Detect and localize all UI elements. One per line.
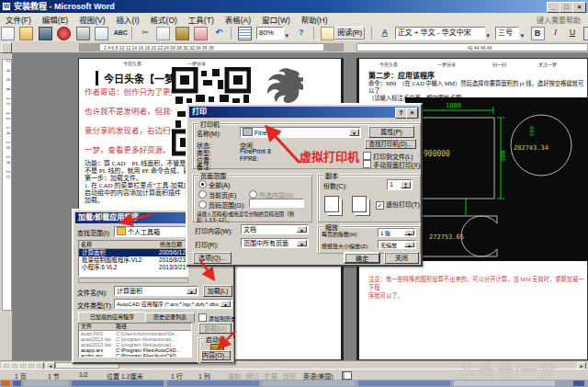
menu-help[interactable]: 帮助(H)	[296, 13, 334, 26]
print-dialog-close-icon[interactable]: ×	[406, 108, 418, 119]
printer-name-select[interactable]: FinePrint ▼	[240, 127, 361, 138]
spelling-icon[interactable]: ABC	[114, 27, 126, 39]
scale-to-paper-select[interactable]: 无缩放▼	[378, 240, 416, 249]
menu-edit[interactable]: 编辑(E)	[37, 13, 74, 26]
font-select[interactable]: 正文 + 华文 - 华文中宋	[395, 27, 485, 40]
copies-group: 副本 份数(C): 1 ▲▼ ✓逐份打印(T)	[318, 175, 421, 222]
cad-area-combo: 272753.65	[429, 233, 464, 241]
find-printer-button[interactable]: 查找打印机(D)...	[365, 139, 416, 149]
dragon-image	[257, 66, 303, 103]
loaded-apps-list[interactable]: 文件路径 acad.FASC:\Users\Administrator\De..…	[78, 323, 192, 358]
file-name-input[interactable]: 计算面积▼	[114, 286, 198, 296]
ruler-margin-left	[80, 43, 100, 51]
menu-format[interactable]: 格式(O)	[145, 13, 183, 26]
font-dropdown-icon[interactable]: ▼	[485, 33, 492, 39]
menu-tools[interactable]: 工具(T)	[183, 13, 220, 26]
minimize-button[interactable]: _	[547, 2, 560, 13]
range-all-radio[interactable]: 全部(A)	[198, 180, 230, 189]
pages-range-input[interactable]	[249, 199, 304, 208]
close-button[interactable]: ×	[572, 2, 586, 13]
file-type-select[interactable]: AutoCAD 应用程序 (*.arx;*.lsp;*.dvb;*.dbx...…	[114, 299, 232, 309]
taskbar-item[interactable]	[72, 381, 164, 386]
file-list[interactable]: 名称修改日期 计算面积2005/6/12 批量绘制图框程序.VL22016/8/…	[78, 240, 188, 277]
cut-icon[interactable]: ✂	[140, 27, 152, 39]
taskbar-item[interactable]	[263, 381, 355, 386]
contents-button[interactable]: 内容(O)...	[201, 350, 231, 360]
print-what-select[interactable]: 文档▼	[241, 224, 309, 234]
styles-pane-icon[interactable]: A	[379, 27, 390, 39]
load-button[interactable]: 加载(L)	[203, 285, 232, 297]
spellcheck-book-icon	[342, 371, 352, 380]
properties-button[interactable]: 属性(P)	[368, 126, 414, 138]
help-icon[interactable]: ?	[295, 27, 307, 39]
horizontal-ruler[interactable]: 2 4 6 8 10 12 14 16 18 20 22 24 26 28 30…	[0, 41, 588, 52]
print-icon[interactable]	[76, 27, 90, 40]
manual-duplex-checkbox[interactable]: 手动双面打印(X)	[363, 160, 420, 169]
font-size-select[interactable]: 三号	[495, 27, 519, 40]
file-list-hscrollbar[interactable]	[78, 278, 188, 283]
scale-dropdown-icon[interactable]: ▼	[404, 242, 414, 247]
range-pages-radio[interactable]: 页码范围(G):	[198, 200, 245, 210]
read-button[interactable]: 阅读(R)	[334, 27, 365, 40]
loaded-row[interactable]: acdim.arxC:\Program Files\AutoCAD...	[79, 353, 191, 358]
print-range-dropdown-icon[interactable]: ▼	[297, 240, 307, 246]
taskbar-start[interactable]	[1, 381, 10, 386]
open-icon[interactable]	[19, 27, 33, 40]
file-type-dropdown-icon[interactable]: ▼	[220, 301, 231, 307]
options-button[interactable]: 选项(Q)...	[193, 252, 232, 264]
copy-icon[interactable]	[156, 27, 170, 40]
unload-button[interactable]: 卸载(U)	[198, 323, 232, 334]
print-preview-icon[interactable]	[95, 27, 108, 40]
menu-window[interactable]: 窗口(W)	[256, 13, 296, 26]
print-range-select[interactable]: 范围中所有页面▼	[241, 238, 309, 248]
zoom-input[interactable]: 80%	[256, 27, 284, 40]
table-icon[interactable]	[238, 27, 252, 40]
printer-icon	[243, 128, 253, 136]
range-current-radio[interactable]: 当前页(E)	[198, 190, 236, 199]
taskbar-item[interactable]	[167, 381, 259, 386]
format-painter-icon[interactable]	[194, 27, 208, 40]
file-type-label: 文件类型(T):	[77, 301, 113, 310]
stepper-arrows-icon[interactable]: ▲▼	[401, 181, 411, 188]
save-icon[interactable]	[39, 27, 52, 40]
permission-icon[interactable]	[57, 27, 71, 40]
ok-button[interactable]: 确定	[344, 252, 380, 264]
taskbar-item[interactable]	[358, 381, 450, 386]
page2-header-3: 扫一扫	[492, 61, 506, 67]
print-what-dropdown-icon[interactable]: ▼	[297, 226, 307, 233]
vertical-ruler[interactable]: 2 4 6 8 10 12 14 16 18 20	[0, 53, 12, 360]
pages-per-sheet-select[interactable]: 1 版▼	[378, 228, 416, 237]
tab-history-list[interactable]: 历史记录列表	[145, 313, 195, 323]
underline-button[interactable]: U	[566, 27, 578, 39]
tab-loaded-apps[interactable]: 已加载的应用程序	[78, 312, 146, 323]
menu-table[interactable]: 表格(A)	[220, 13, 256, 26]
size-dropdown-icon[interactable]: ▼	[519, 33, 526, 39]
undo-icon[interactable]: ↶	[212, 27, 224, 39]
collate-checkbox[interactable]: ✓逐份打印(T)	[376, 199, 420, 210]
file-row[interactable]: 小程序.6 VL22013/3/21	[79, 264, 187, 271]
new-document-icon[interactable]	[1, 27, 15, 40]
char-border-button[interactable]: A	[583, 27, 588, 40]
italic-button[interactable]: I	[549, 27, 561, 39]
tab-selector[interactable]	[1, 42, 12, 53]
menu-insert[interactable]: 插入(I)	[111, 13, 145, 26]
menu-view[interactable]: 视图(V)	[74, 13, 110, 26]
taskbar-quicklaunch[interactable]	[13, 381, 21, 386]
print-dialog[interactable]: 打印 ? × 打印机 名称(M): FinePrint ▼ 属性(P) 状态: …	[186, 103, 423, 267]
taskbar-item[interactable]	[24, 381, 68, 386]
paste-icon[interactable]	[175, 27, 189, 40]
menu-file[interactable]: 文件(F)	[0, 13, 37, 26]
close-dialog-button[interactable]: 关闭	[384, 252, 419, 264]
file-row-selected[interactable]: 计算面积2005/6/12	[79, 249, 187, 256]
print-dialog-titlebar[interactable]: 打印 ? ×	[189, 107, 419, 118]
file-name-dropdown-icon[interactable]: ▼	[187, 288, 197, 294]
history-checkbox[interactable]: 添加到历史记录	[198, 313, 235, 323]
file-row[interactable]: 批量绘制图框程序.VL22016/8/23	[79, 256, 187, 264]
bold-button[interactable]: B	[531, 27, 545, 40]
pps-dropdown-icon[interactable]: ▼	[404, 230, 414, 235]
cad-dim-circle: 600	[528, 126, 535, 136]
printer-dropdown-icon[interactable]: ▼	[349, 129, 359, 136]
maximize-button[interactable]: □	[560, 2, 573, 13]
copies-stepper[interactable]: 1 ▲▼	[387, 179, 413, 190]
zoom-dropdown-icon[interactable]: ▼	[284, 33, 290, 39]
